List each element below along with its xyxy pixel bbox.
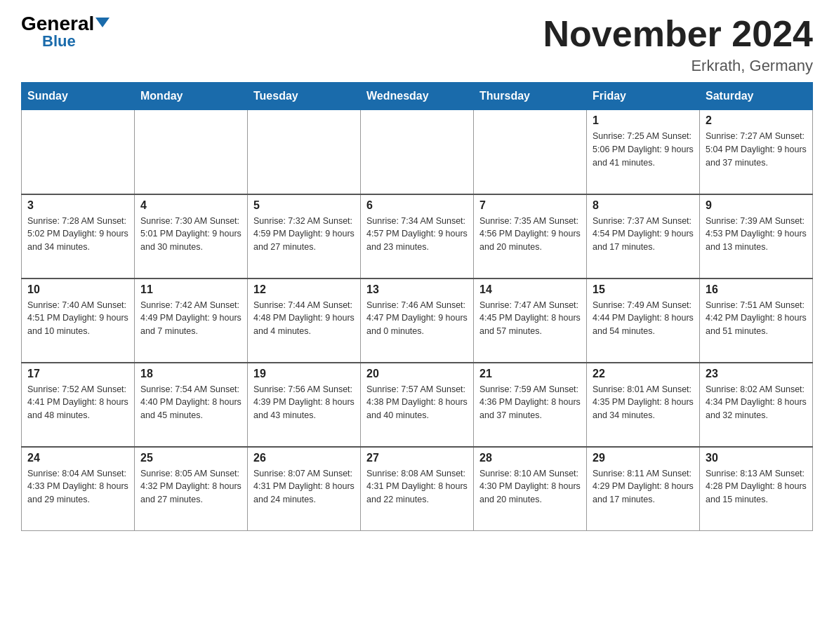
logo-general-text: General <box>21 14 94 34</box>
day-number: 8 <box>593 199 694 212</box>
calendar-cell: 9Sunrise: 7:39 AM Sunset: 4:53 PM Daylig… <box>700 194 813 279</box>
day-info: Sunrise: 7:59 AM Sunset: 4:36 PM Dayligh… <box>479 383 581 422</box>
day-info: Sunrise: 7:27 AM Sunset: 5:04 PM Dayligh… <box>706 130 807 169</box>
day-number: 20 <box>366 368 468 380</box>
calendar-cell: 26Sunrise: 8:07 AM Sunset: 4:31 PM Dayli… <box>248 447 361 531</box>
day-info: Sunrise: 7:39 AM Sunset: 4:53 PM Dayligh… <box>706 215 807 254</box>
day-info: Sunrise: 7:57 AM Sunset: 4:38 PM Dayligh… <box>366 383 468 422</box>
calendar-cell: 5Sunrise: 7:32 AM Sunset: 4:59 PM Daylig… <box>248 194 361 279</box>
calendar-week-row: 24Sunrise: 8:04 AM Sunset: 4:33 PM Dayli… <box>22 447 813 531</box>
calendar-cell: 22Sunrise: 8:01 AM Sunset: 4:35 PM Dayli… <box>587 363 700 447</box>
calendar-cell: 17Sunrise: 7:52 AM Sunset: 4:41 PM Dayli… <box>22 363 135 447</box>
logo: General Blue <box>21 14 110 49</box>
calendar-cell: 21Sunrise: 7:59 AM Sunset: 4:36 PM Dayli… <box>474 363 587 447</box>
calendar-week-row: 10Sunrise: 7:40 AM Sunset: 4:51 PM Dayli… <box>22 279 813 363</box>
calendar-cell: 19Sunrise: 7:56 AM Sunset: 4:39 PM Dayli… <box>248 363 361 447</box>
day-number: 9 <box>706 199 807 212</box>
day-number: 2 <box>706 114 807 127</box>
day-number: 3 <box>27 199 128 212</box>
calendar-cell: 27Sunrise: 8:08 AM Sunset: 4:31 PM Dayli… <box>361 447 474 531</box>
day-info: Sunrise: 7:28 AM Sunset: 5:02 PM Dayligh… <box>27 215 128 254</box>
day-info: Sunrise: 8:11 AM Sunset: 4:29 PM Dayligh… <box>593 467 694 507</box>
day-info: Sunrise: 7:37 AM Sunset: 4:54 PM Dayligh… <box>593 215 694 254</box>
day-number: 4 <box>140 199 241 212</box>
calendar-cell: 12Sunrise: 7:44 AM Sunset: 4:48 PM Dayli… <box>248 279 361 363</box>
day-number: 17 <box>27 368 128 380</box>
calendar-header-thursday: Thursday <box>474 83 587 110</box>
location: Erkrath, Germany <box>543 57 813 75</box>
day-number: 16 <box>706 283 807 296</box>
day-number: 30 <box>706 452 807 464</box>
day-number: 14 <box>479 283 581 296</box>
calendar-cell: 15Sunrise: 7:49 AM Sunset: 4:44 PM Dayli… <box>587 279 700 363</box>
day-number: 11 <box>140 283 241 296</box>
day-number: 6 <box>366 199 468 212</box>
day-info: Sunrise: 7:51 AM Sunset: 4:42 PM Dayligh… <box>706 299 807 338</box>
day-info: Sunrise: 7:54 AM Sunset: 4:40 PM Dayligh… <box>140 383 241 422</box>
calendar-cell: 2Sunrise: 7:27 AM Sunset: 5:04 PM Daylig… <box>700 110 813 194</box>
calendar-week-row: 3Sunrise: 7:28 AM Sunset: 5:02 PM Daylig… <box>22 194 813 279</box>
day-info: Sunrise: 7:49 AM Sunset: 4:44 PM Dayligh… <box>593 299 694 338</box>
calendar-cell: 1Sunrise: 7:25 AM Sunset: 5:06 PM Daylig… <box>587 110 700 194</box>
day-info: Sunrise: 7:46 AM Sunset: 4:47 PM Dayligh… <box>366 299 468 338</box>
calendar-cell: 28Sunrise: 8:10 AM Sunset: 4:30 PM Dayli… <box>474 447 587 531</box>
calendar-cell: 29Sunrise: 8:11 AM Sunset: 4:29 PM Dayli… <box>587 447 700 531</box>
calendar-cell <box>474 110 587 194</box>
calendar-cell: 8Sunrise: 7:37 AM Sunset: 4:54 PM Daylig… <box>587 194 700 279</box>
calendar-header-tuesday: Tuesday <box>248 83 361 110</box>
day-number: 21 <box>479 368 581 380</box>
calendar-cell: 4Sunrise: 7:30 AM Sunset: 5:01 PM Daylig… <box>135 194 248 279</box>
calendar-header-saturday: Saturday <box>700 83 813 110</box>
calendar-cell <box>135 110 248 194</box>
day-info: Sunrise: 8:08 AM Sunset: 4:31 PM Dayligh… <box>366 467 468 507</box>
day-number: 25 <box>140 452 241 464</box>
day-info: Sunrise: 7:30 AM Sunset: 5:01 PM Dayligh… <box>140 215 241 254</box>
day-info: Sunrise: 7:52 AM Sunset: 4:41 PM Dayligh… <box>27 383 128 422</box>
day-info: Sunrise: 7:47 AM Sunset: 4:45 PM Dayligh… <box>479 299 581 338</box>
logo-blue-text: Blue <box>42 34 76 49</box>
day-number: 28 <box>479 452 581 464</box>
calendar-cell: 7Sunrise: 7:35 AM Sunset: 4:56 PM Daylig… <box>474 194 587 279</box>
calendar-cell: 24Sunrise: 8:04 AM Sunset: 4:33 PM Dayli… <box>22 447 135 531</box>
calendar-table: SundayMondayTuesdayWednesdayThursdayFrid… <box>21 82 813 531</box>
day-number: 13 <box>366 283 468 296</box>
calendar-cell: 16Sunrise: 7:51 AM Sunset: 4:42 PM Dayli… <box>700 279 813 363</box>
calendar-week-row: 17Sunrise: 7:52 AM Sunset: 4:41 PM Dayli… <box>22 363 813 447</box>
day-number: 1 <box>593 114 694 127</box>
calendar-cell: 23Sunrise: 8:02 AM Sunset: 4:34 PM Dayli… <box>700 363 813 447</box>
day-info: Sunrise: 8:01 AM Sunset: 4:35 PM Dayligh… <box>593 383 694 422</box>
day-number: 15 <box>593 283 694 296</box>
calendar-cell: 18Sunrise: 7:54 AM Sunset: 4:40 PM Dayli… <box>135 363 248 447</box>
day-info: Sunrise: 8:05 AM Sunset: 4:32 PM Dayligh… <box>140 467 241 507</box>
calendar-header-monday: Monday <box>135 83 248 110</box>
day-number: 27 <box>366 452 468 464</box>
day-info: Sunrise: 7:32 AM Sunset: 4:59 PM Dayligh… <box>253 215 355 254</box>
day-number: 5 <box>253 199 355 212</box>
calendar-cell: 25Sunrise: 8:05 AM Sunset: 4:32 PM Dayli… <box>135 447 248 531</box>
calendar-header-friday: Friday <box>587 83 700 110</box>
day-info: Sunrise: 8:02 AM Sunset: 4:34 PM Dayligh… <box>706 383 807 422</box>
day-number: 10 <box>27 283 128 296</box>
calendar-header-row: SundayMondayTuesdayWednesdayThursdayFrid… <box>22 83 813 110</box>
day-info: Sunrise: 8:04 AM Sunset: 4:33 PM Dayligh… <box>27 467 128 507</box>
calendar-cell: 30Sunrise: 8:13 AM Sunset: 4:28 PM Dayli… <box>700 447 813 531</box>
day-number: 18 <box>140 368 241 380</box>
calendar-cell <box>22 110 135 194</box>
calendar-header-wednesday: Wednesday <box>361 83 474 110</box>
day-info: Sunrise: 7:35 AM Sunset: 4:56 PM Dayligh… <box>479 215 581 254</box>
day-info: Sunrise: 7:56 AM Sunset: 4:39 PM Dayligh… <box>253 383 355 422</box>
day-info: Sunrise: 7:42 AM Sunset: 4:49 PM Dayligh… <box>140 299 241 338</box>
month-title: November 2024 <box>543 14 813 54</box>
calendar-cell: 3Sunrise: 7:28 AM Sunset: 5:02 PM Daylig… <box>22 194 135 279</box>
calendar-cell: 13Sunrise: 7:46 AM Sunset: 4:47 PM Dayli… <box>361 279 474 363</box>
day-info: Sunrise: 8:10 AM Sunset: 4:30 PM Dayligh… <box>479 467 581 507</box>
calendar-cell <box>361 110 474 194</box>
calendar-cell: 10Sunrise: 7:40 AM Sunset: 4:51 PM Dayli… <box>22 279 135 363</box>
day-number: 12 <box>253 283 355 296</box>
day-info: Sunrise: 7:44 AM Sunset: 4:48 PM Dayligh… <box>253 299 355 338</box>
logo-triangle-icon <box>95 18 110 27</box>
day-info: Sunrise: 8:13 AM Sunset: 4:28 PM Dayligh… <box>706 467 807 507</box>
page-header: General Blue November 2024 Erkrath, Germ… <box>21 14 813 75</box>
calendar-cell: 14Sunrise: 7:47 AM Sunset: 4:45 PM Dayli… <box>474 279 587 363</box>
calendar-cell <box>248 110 361 194</box>
